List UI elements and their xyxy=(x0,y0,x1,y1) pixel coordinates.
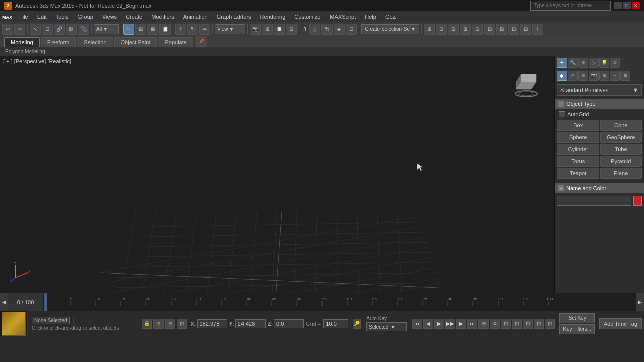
menu-customize[interactable]: Customize xyxy=(290,13,325,21)
obj-box-button[interactable]: Box xyxy=(557,120,599,131)
toolbar-btn-extra8[interactable]: ⊡ xyxy=(508,24,519,35)
obj-geosphere-button[interactable]: GeoSphere xyxy=(600,132,642,143)
name-color-minus-icon[interactable]: − xyxy=(558,185,564,191)
time-config-button[interactable]: ⚙ xyxy=(490,319,500,329)
panel-spacewarps-icon[interactable]: 〰 xyxy=(610,71,620,81)
menu-goz[interactable]: GoZ xyxy=(381,13,400,21)
selected-dropdown[interactable]: Selected ▼ xyxy=(366,322,407,331)
redo-button[interactable]: ↪ xyxy=(14,24,25,35)
window-crossing-button[interactable]: ⊠ xyxy=(147,24,158,35)
mirror-button[interactable]: ⊟ xyxy=(286,24,297,35)
autogrid-checkbox[interactable] xyxy=(559,111,565,117)
undo-button[interactable]: ↩ xyxy=(2,24,13,35)
extra-pb1[interactable]: ⊡ xyxy=(501,319,511,329)
tab-selection[interactable]: Selection xyxy=(77,37,113,47)
z-value-input[interactable] xyxy=(274,319,304,328)
object-type-rollout-header[interactable]: − Object Type xyxy=(555,99,644,109)
toolbar-btn-extra1[interactable]: ⊞ xyxy=(424,24,435,35)
obj-cylinder-button[interactable]: Cylinder xyxy=(557,144,599,155)
panel-helpers-icon[interactable]: ⊕ xyxy=(599,71,609,81)
add-time-tag-button[interactable]: Add Time Tag xyxy=(599,318,642,329)
tab-freeform[interactable]: Freeform xyxy=(41,37,76,47)
status-extra-button[interactable]: ⊟ xyxy=(165,319,175,329)
toolbar-btn-extra9[interactable]: ⊟ xyxy=(520,24,531,35)
lock-button[interactable]: 🔒 xyxy=(142,319,152,329)
align-button[interactable]: ⊞ xyxy=(262,24,273,35)
panel-shapes-icon[interactable]: ⊙ xyxy=(568,71,578,81)
timeline-back-button[interactable]: ◀ xyxy=(0,293,8,311)
menu-tools[interactable]: Tools xyxy=(52,13,73,21)
obj-plane-button[interactable]: Plane xyxy=(600,168,642,179)
tab-populate[interactable]: Populate xyxy=(158,37,193,47)
menu-help[interactable]: Help xyxy=(361,13,380,21)
panel-lights-icon[interactable]: ☀ xyxy=(578,71,588,81)
panel-systems-icon[interactable]: ⚙ xyxy=(620,71,630,81)
menu-group[interactable]: Group xyxy=(73,13,97,21)
x-value-input[interactable] xyxy=(197,319,227,328)
panel-geometry-icon[interactable]: ◆ xyxy=(557,71,567,81)
viewport[interactable]: [ + ] [Perspective] [Realistic] .grid-li… xyxy=(0,56,554,293)
play-all-button[interactable]: ▶▶ xyxy=(445,319,455,329)
create-selection-set-field[interactable]: Create Selection Se ▼ xyxy=(361,24,419,34)
toolbar-btn-extra2[interactable]: ⊡ xyxy=(436,24,447,35)
obj-teapot-button[interactable]: Teapot xyxy=(557,168,599,179)
title-search-input[interactable] xyxy=(530,1,611,11)
snap-angle-button[interactable]: % xyxy=(321,24,333,35)
filter-dropdown[interactable]: All ▼ xyxy=(94,24,119,34)
next-frame-button[interactable]: ▶ xyxy=(456,319,466,329)
y-value-input[interactable] xyxy=(235,319,266,328)
panel-display-icon[interactable]: 💡 xyxy=(599,58,609,68)
toolbar-btn-extra4[interactable]: ⊞ xyxy=(460,24,471,35)
menu-create[interactable]: Create xyxy=(122,13,146,21)
snap-status-button[interactable]: ⊡ xyxy=(153,319,164,329)
go-to-start-button[interactable]: ⏮ xyxy=(412,319,422,329)
panel-modify-icon[interactable]: 🔧 xyxy=(568,58,578,68)
menu-views[interactable]: Views xyxy=(98,13,121,21)
key-lock-button[interactable]: 🔑 xyxy=(353,319,361,329)
extra-pb3[interactable]: ⊡ xyxy=(523,319,533,329)
snap-button[interactable]: 🔲 xyxy=(274,24,285,35)
minimize-button[interactable]: ─ xyxy=(614,2,622,9)
timeline-track[interactable]: 0 5 10 15 20 25 30 35 40 45 50 55 60 xyxy=(43,293,636,311)
view-dropdown[interactable]: View ▼ xyxy=(215,24,245,34)
region-select-button[interactable]: ⊞ xyxy=(135,24,146,35)
extra-pb5[interactable]: ⊡ xyxy=(545,319,555,329)
timeline-forward-button[interactable]: ▶ xyxy=(636,293,644,311)
extra-pb4[interactable]: ⊡ xyxy=(534,319,544,329)
category-dropdown[interactable]: Standard Primitives ▼ xyxy=(557,84,642,96)
obj-cone-button[interactable]: Cone xyxy=(600,120,642,131)
spinner-button[interactable]: ◈ xyxy=(334,24,345,35)
obj-sphere-button[interactable]: Sphere xyxy=(557,132,599,143)
set-key-button[interactable]: Set Key xyxy=(559,313,595,323)
toolbar-btn-extra10[interactable]: T xyxy=(532,24,543,35)
select-region-button[interactable]: ⊡ xyxy=(42,24,53,35)
play-button[interactable]: ▶ xyxy=(434,319,444,329)
toolbar-btn-extra6[interactable]: ⊟ xyxy=(484,24,495,35)
obj-tube-button[interactable]: Tube xyxy=(600,144,642,155)
obj-pyramid-button[interactable]: Pyramid xyxy=(600,156,642,167)
menu-file[interactable]: File xyxy=(15,13,32,21)
obj-torus-button[interactable]: Torus xyxy=(557,156,599,167)
unlink-button[interactable]: ⛓ xyxy=(66,24,77,35)
key-filters-button[interactable]: Key Filters... xyxy=(559,324,595,334)
menu-modifiers[interactable]: Modifiers xyxy=(147,13,178,21)
move-button[interactable]: ✛ xyxy=(175,24,186,35)
select-by-name-button[interactable]: 📋 xyxy=(159,24,171,35)
select-tool-button[interactable]: ↖ xyxy=(123,24,134,35)
maximize-button[interactable]: □ xyxy=(623,2,631,9)
toolbar-btn-extra7[interactable]: ⊞ xyxy=(496,24,507,35)
snaps-toggle-button[interactable]: △ xyxy=(309,24,320,35)
menu-animation[interactable]: Animation xyxy=(179,13,212,21)
menu-graph-editors[interactable]: Graph Editors xyxy=(213,13,255,21)
menu-edit[interactable]: Edit xyxy=(33,13,51,21)
panel-utilities-icon[interactable]: ⚙ xyxy=(610,58,620,68)
go-to-end-button[interactable]: ⏭ xyxy=(467,319,477,329)
select-object-button[interactable]: ↖ xyxy=(30,24,41,35)
camera-button[interactable]: 📷 xyxy=(250,24,261,35)
object-name-input[interactable] xyxy=(557,196,631,206)
ribbon-pin-button[interactable]: 📌 xyxy=(196,36,207,47)
name-color-rollout-header[interactable]: − Name and Color xyxy=(555,183,644,193)
rollout-minus-icon[interactable]: − xyxy=(558,101,564,107)
tab-object-paint[interactable]: Object Paint xyxy=(114,37,157,47)
toolbar-btn-extra3[interactable]: ⊟ xyxy=(448,24,459,35)
